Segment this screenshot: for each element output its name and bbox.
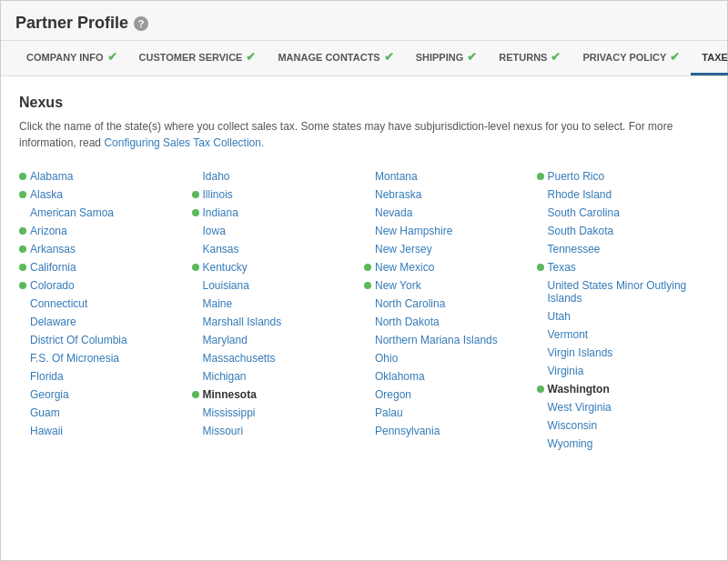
- state-name[interactable]: Guam: [30, 406, 60, 419]
- state-name[interactable]: Arkansas: [30, 243, 76, 255]
- state-item[interactable]: Connecticut: [19, 295, 192, 313]
- state-item[interactable]: Utah: [537, 307, 710, 326]
- state-name[interactable]: New Mexico: [375, 261, 434, 274]
- state-item[interactable]: Iowa: [192, 222, 365, 240]
- state-name[interactable]: Florida: [30, 370, 64, 383]
- state-item[interactable]: Hawaii: [19, 422, 192, 440]
- state-name[interactable]: Oklahoma: [375, 370, 425, 383]
- state-name[interactable]: Washington: [548, 383, 610, 396]
- state-item[interactable]: Puerto Rico: [537, 167, 710, 185]
- nav-tab-shipping[interactable]: SHIPPING✔: [405, 41, 489, 75]
- state-item[interactable]: Delaware: [19, 313, 192, 331]
- state-name[interactable]: Nebraska: [375, 188, 421, 201]
- state-name[interactable]: Massachusetts: [203, 352, 276, 365]
- state-name[interactable]: Colorado: [30, 279, 75, 292]
- state-name[interactable]: Texas: [548, 261, 576, 274]
- state-item[interactable]: Minnesota: [192, 386, 365, 404]
- state-name[interactable]: Louisiana: [203, 279, 249, 292]
- state-name[interactable]: Rhode Island: [548, 188, 612, 201]
- state-item[interactable]: Virgin Islands: [537, 344, 710, 362]
- state-item[interactable]: Arizona: [19, 222, 192, 240]
- state-name[interactable]: Wisconsin: [548, 419, 598, 432]
- state-name[interactable]: Wyoming: [548, 437, 593, 450]
- state-item[interactable]: Kentucky: [192, 258, 365, 276]
- state-name[interactable]: Utah: [548, 310, 571, 323]
- state-name[interactable]: Marshall Islands: [203, 316, 282, 328]
- state-item[interactable]: Mississippi: [192, 404, 365, 422]
- state-name[interactable]: Alaska: [30, 188, 63, 201]
- state-name[interactable]: Delaware: [30, 316, 76, 328]
- state-name[interactable]: Puerto Rico: [548, 170, 605, 183]
- state-item[interactable]: New Hampshire: [364, 222, 537, 240]
- state-name[interactable]: Oregon: [375, 388, 411, 401]
- state-item[interactable]: Oregon: [364, 386, 537, 404]
- nexus-link[interactable]: Configuring Sales Tax Collection.: [104, 136, 264, 149]
- state-name[interactable]: Palau: [375, 406, 403, 419]
- help-icon[interactable]: ?: [134, 16, 148, 31]
- state-name[interactable]: West Virginia: [548, 401, 612, 414]
- state-item[interactable]: Michigan: [192, 367, 365, 386]
- state-item[interactable]: Wyoming: [537, 435, 710, 453]
- state-name[interactable]: Hawaii: [30, 425, 63, 437]
- state-item[interactable]: South Dakota: [537, 222, 710, 240]
- state-name[interactable]: Alabama: [30, 170, 73, 183]
- state-item[interactable]: Virginia: [537, 362, 710, 380]
- state-name[interactable]: District Of Columbia: [30, 334, 127, 346]
- state-name[interactable]: Connecticut: [30, 297, 87, 310]
- state-item[interactable]: West Virginia: [537, 398, 710, 416]
- state-item[interactable]: Nevada: [364, 204, 537, 222]
- state-item[interactable]: Oklahoma: [364, 367, 537, 386]
- nav-tab-customer-service[interactable]: CUSTOMER SERVICE✔: [128, 41, 268, 75]
- state-item[interactable]: South Carolina: [537, 204, 710, 222]
- state-item[interactable]: New Mexico: [364, 258, 537, 276]
- state-name[interactable]: South Dakota: [548, 225, 614, 237]
- state-name[interactable]: New Hampshire: [375, 225, 452, 237]
- state-item[interactable]: Idaho: [192, 167, 365, 185]
- state-name[interactable]: Kansas: [203, 243, 239, 255]
- state-name[interactable]: Maryland: [203, 334, 248, 346]
- state-name[interactable]: South Carolina: [548, 206, 620, 219]
- state-name[interactable]: Pennsylvania: [375, 425, 440, 437]
- state-item[interactable]: District Of Columbia: [19, 331, 192, 349]
- state-name[interactable]: Indiana: [203, 206, 238, 219]
- state-item[interactable]: Vermont: [537, 326, 710, 344]
- state-item[interactable]: Maryland: [192, 331, 365, 349]
- state-name[interactable]: Ohio: [375, 352, 398, 365]
- state-name[interactable]: California: [30, 261, 76, 274]
- state-name[interactable]: Montana: [375, 170, 418, 183]
- state-item[interactable]: United States Minor Outlying Islands: [537, 276, 710, 307]
- state-item[interactable]: New York: [364, 276, 537, 295]
- state-name[interactable]: New York: [375, 279, 421, 292]
- state-name[interactable]: Arizona: [30, 225, 67, 237]
- state-name[interactable]: Vermont: [548, 328, 589, 341]
- state-item[interactable]: American Samoa: [19, 204, 192, 222]
- state-item[interactable]: Guam: [19, 404, 192, 422]
- state-name[interactable]: Illinois: [203, 188, 233, 201]
- state-name[interactable]: Virgin Islands: [548, 346, 613, 359]
- state-name[interactable]: Northern Mariana Islands: [375, 334, 498, 346]
- state-name[interactable]: Kentucky: [203, 261, 248, 274]
- state-item[interactable]: Maine: [192, 295, 365, 313]
- nav-tab-returns[interactable]: RETURNS✔: [488, 41, 571, 75]
- nav-tab-company-info[interactable]: COMPANY INFO✔: [15, 41, 128, 75]
- state-item[interactable]: Montana: [364, 167, 537, 185]
- state-item[interactable]: Massachusetts: [192, 349, 365, 367]
- state-name[interactable]: United States Minor Outlying Islands: [548, 279, 710, 305]
- state-name[interactable]: Maine: [203, 297, 233, 310]
- state-item[interactable]: Louisiana: [192, 276, 365, 295]
- state-name[interactable]: Mississippi: [203, 406, 256, 419]
- state-item[interactable]: Palau: [364, 404, 537, 422]
- state-item[interactable]: Kansas: [192, 240, 365, 258]
- state-name[interactable]: Georgia: [30, 388, 69, 401]
- state-item[interactable]: California: [19, 258, 192, 276]
- state-name[interactable]: F.S. Of Micronesia: [30, 352, 119, 365]
- state-item[interactable]: Alabama: [19, 167, 192, 185]
- state-item[interactable]: Missouri: [192, 422, 365, 440]
- state-item[interactable]: F.S. Of Micronesia: [19, 349, 192, 367]
- state-item[interactable]: Florida: [19, 367, 192, 386]
- state-name[interactable]: Idaho: [203, 170, 230, 183]
- state-item[interactable]: Northern Mariana Islands: [364, 331, 537, 349]
- state-item[interactable]: Ohio: [364, 349, 537, 367]
- state-item[interactable]: Illinois: [192, 185, 365, 204]
- state-item[interactable]: Alaska: [19, 185, 192, 204]
